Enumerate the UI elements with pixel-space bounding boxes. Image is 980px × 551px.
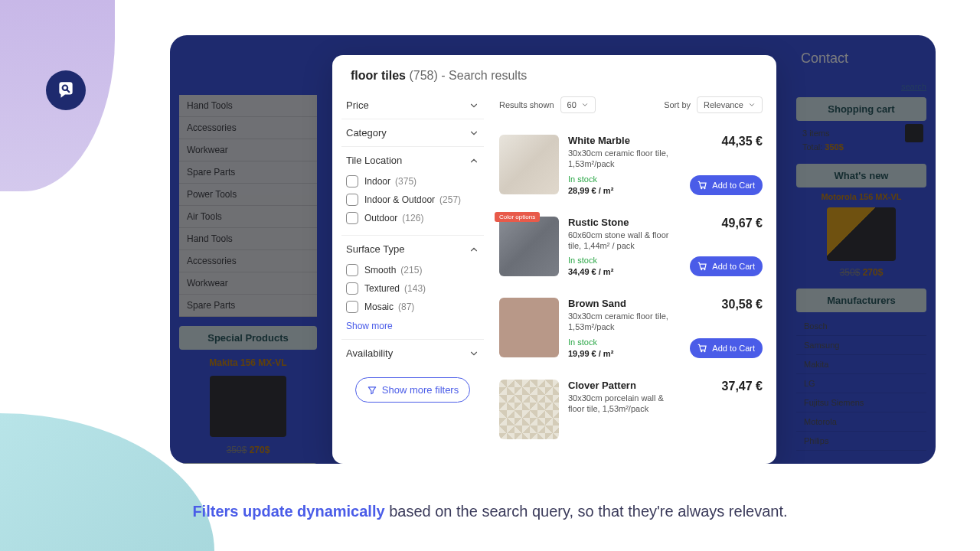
sort-by-label: Sort by — [664, 100, 691, 109]
bg-right-column: Contact search Shopping cart 3 items Tot… — [796, 51, 926, 451]
product-price: 30,58 € — [722, 298, 763, 311]
bg-cart-title: Shopping cart — [796, 97, 926, 121]
filter-availability-label: Availability — [346, 347, 393, 359]
chevron-down-icon — [469, 100, 479, 111]
checkbox[interactable] — [346, 264, 358, 276]
filters-panel: Price Category Tile Location Indoor(375)… — [332, 92, 493, 459]
filter-price-label: Price — [346, 99, 369, 111]
filter-icon — [367, 385, 377, 396]
product-card: Brown Sand30x30cm ceramic floor tile, 1,… — [499, 287, 763, 369]
checkbox[interactable] — [346, 301, 358, 313]
product-name: Rustic Stone — [568, 217, 678, 228]
product-name: Clover Pattern — [568, 380, 678, 391]
unit-price: 19,99 € / m² — [568, 349, 678, 358]
bg-manufacturer-item: Makita — [796, 355, 926, 374]
filter-availability[interactable]: Availability — [341, 340, 484, 367]
product-name: Brown Sand — [568, 298, 678, 309]
results-per-page-select[interactable]: 60 — [560, 96, 596, 113]
filter-category[interactable]: Category — [341, 119, 484, 147]
app-logo — [46, 70, 86, 110]
chevron-down-icon — [581, 101, 589, 109]
product-description: 30x30cm ceramic floor tile, 1,53m²/pack — [568, 311, 678, 333]
cart-icon — [905, 124, 923, 142]
stock-status: In stock — [568, 256, 678, 265]
surface-type-option[interactable]: Mosaic(87) — [346, 298, 479, 316]
product-description: 30x30cm ceramic floor tile, 1,53m²/pack — [568, 148, 678, 170]
filter-surface-type-header[interactable]: Surface Type — [346, 243, 479, 255]
bg-newsletter: Newsletter — [179, 463, 317, 464]
bg-manufacturer-item: Bosch — [796, 317, 926, 336]
unit-price: 28,99 € / m² — [568, 186, 678, 195]
bg-category-item: Hand Tools — [179, 95, 317, 117]
bg-cart-items: 3 items — [796, 126, 926, 141]
product-price: 49,67 € — [722, 217, 763, 230]
results-list: Results shown 60 Sort by Relevance White… — [493, 92, 776, 459]
bg-category-item: Power Tools — [179, 184, 317, 206]
bg-category-item: Air Tools — [179, 206, 317, 228]
product-card: Color optionsRustic Stone60x60cm stone w… — [499, 206, 763, 288]
caption-highlight: Filters update dynamically — [192, 503, 384, 520]
tile-location-option[interactable]: Outdoor(126) — [346, 209, 479, 227]
sort-by-select[interactable]: Relevance — [697, 96, 763, 113]
chevron-down-icon — [469, 128, 479, 139]
surface-show-more[interactable]: Show more — [346, 321, 479, 331]
unit-price: 34,49 € / m² — [568, 267, 678, 276]
stock-status: In stock — [568, 174, 678, 184]
add-to-cart-button[interactable]: Add to Cart — [690, 256, 763, 276]
checkbox[interactable] — [346, 175, 358, 187]
bg-special-price: 350$ 270$ — [179, 445, 317, 455]
filter-surface-type: Surface Type Smooth(215)Textured(143)Mos… — [341, 236, 484, 340]
checkbox[interactable] — [346, 194, 358, 206]
caption: Filters update dynamically based on the … — [0, 503, 980, 520]
product-card: Clover Pattern30x30cm porcelain wall & f… — [499, 369, 763, 450]
bg-special-image — [210, 376, 286, 437]
checkbox[interactable] — [346, 212, 358, 224]
bg-category-item: Spare Parts — [179, 295, 317, 317]
bg-drill-image — [827, 207, 896, 261]
filter-category-label: Category — [346, 127, 387, 139]
bg-category-item: Workwear — [179, 272, 317, 295]
product-image[interactable] — [499, 380, 559, 439]
bg-search-link: search — [796, 82, 926, 91]
filter-price[interactable]: Price — [341, 92, 484, 119]
surface-type-option[interactable]: Smooth(215) — [346, 261, 479, 279]
product-image[interactable]: Color options — [499, 217, 559, 276]
results-toolbar: Results shown 60 Sort by Relevance — [499, 92, 763, 124]
tile-location-option[interactable]: Indoor & Outdoor(257) — [346, 191, 479, 209]
bg-category-item: Accessories — [179, 117, 317, 139]
bg-contact-link: Contact — [796, 51, 926, 67]
add-to-cart-button[interactable]: Add to Cart — [690, 175, 763, 195]
search-header: floor tiles (758) - Search results — [332, 55, 776, 92]
stock-status: In stock — [568, 337, 678, 347]
search-query: floor tiles — [351, 69, 406, 82]
show-more-filters-button[interactable]: Show more filters — [355, 377, 470, 403]
bg-category-item: Spare Parts — [179, 161, 317, 184]
bg-manufacturer-item: Motorola — [796, 412, 926, 432]
cart-icon — [697, 180, 708, 191]
bg-special-item: Makita 156 MX-VL — [179, 357, 317, 368]
chevron-down-icon — [469, 348, 479, 359]
bg-new-item: Motorola 156 MX-VL — [796, 192, 926, 201]
add-to-cart-button[interactable]: Add to Cart — [690, 338, 763, 358]
tile-location-option[interactable]: Indoor(375) — [346, 172, 479, 191]
product-card: White Marble30x30cm ceramic floor tile, … — [499, 124, 763, 206]
checkbox[interactable] — [346, 282, 358, 295]
product-description: 30x30cm porcelain wall & floor tile, 1,5… — [568, 393, 678, 415]
filter-tile-location-header[interactable]: Tile Location — [346, 155, 479, 166]
bg-manufacturer-item: LG — [796, 374, 926, 393]
results-shown-label: Results shown — [499, 100, 554, 109]
cart-icon — [697, 343, 708, 354]
product-price: 37,47 € — [722, 380, 763, 393]
product-name: White Marble — [568, 135, 678, 146]
surface-type-option[interactable]: Textured(143) — [346, 279, 479, 298]
product-image[interactable] — [499, 298, 559, 357]
chevron-up-icon — [469, 244, 479, 255]
product-price: 44,35 € — [722, 135, 763, 148]
chat-search-icon — [56, 80, 76, 100]
bg-category-item: Workwear — [179, 139, 317, 161]
product-image[interactable] — [499, 135, 559, 194]
bg-manufacturer-item: Samsung — [796, 336, 926, 355]
bg-category-item: Hand Tools — [179, 228, 317, 250]
color-options-badge: Color options — [495, 212, 540, 222]
bg-special-title: Special Products — [179, 326, 317, 350]
